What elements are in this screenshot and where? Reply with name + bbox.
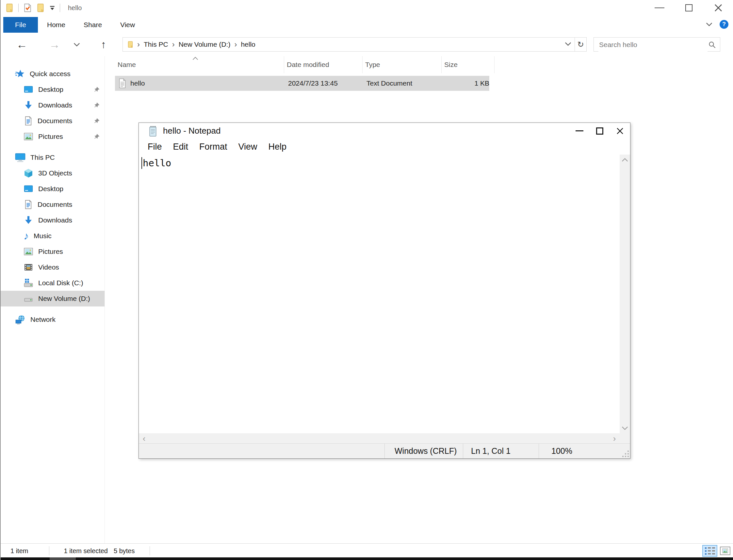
- notepad-app-icon: [148, 125, 158, 137]
- file-size-cell: 1 KB: [441, 76, 489, 91]
- sidebar-item-label: New Volume (D:): [38, 295, 90, 303]
- horizontal-scrollbar[interactable]: ‹ ›: [139, 433, 620, 444]
- minimize-button[interactable]: [645, 0, 674, 16]
- notepad-maximize-button[interactable]: [590, 123, 610, 139]
- pc-icon: [15, 152, 25, 163]
- details-view-button[interactable]: [702, 545, 717, 557]
- sidebar-item-music[interactable]: ♪Music: [1, 228, 105, 244]
- disk-icon: [24, 294, 33, 303]
- up-button[interactable]: ↑: [96, 33, 111, 56]
- notepad-titlebar[interactable]: hello - Notepad: [139, 123, 630, 139]
- ribbon-bar: FileHomeShareView ?: [1, 16, 733, 33]
- ribbon-collapse-icon[interactable]: [706, 23, 712, 26]
- notepad-text-area[interactable]: hello: [139, 155, 620, 433]
- pin-icon[interactable]: [93, 102, 100, 108]
- sidebar-item-desktop[interactable]: Desktop: [1, 82, 105, 97]
- sidebar-item-documents[interactable]: Documents: [1, 197, 105, 212]
- address-bar[interactable]: ›This PC›New Volume (D:)›hello: [123, 37, 575, 52]
- column-header-name[interactable]: Name: [115, 56, 284, 73]
- document-icon: [24, 116, 33, 126]
- sidebar-item-label: Downloads: [38, 101, 72, 109]
- notepad-statusbar: Windows (CRLF) Ln 1, Col 1 100%: [139, 443, 630, 458]
- recent-locations-icon[interactable]: [71, 33, 83, 56]
- forward-button[interactable]: →: [46, 33, 63, 56]
- sidebar-item-label: Quick access: [30, 70, 71, 78]
- column-header-label: Date modified: [287, 61, 329, 69]
- column-header-date-modified[interactable]: Date modified: [284, 56, 363, 73]
- column-header-label: Name: [118, 61, 136, 69]
- breadcrumb-chevron-icon: ›: [232, 40, 239, 49]
- column-header-size[interactable]: Size: [441, 56, 494, 73]
- column-headers: NameDate modifiedTypeSize: [115, 56, 494, 73]
- properties-icon[interactable]: [23, 3, 32, 13]
- qat-dropdown-icon[interactable]: [49, 5, 55, 10]
- breadcrumb-item-new-volume-d[interactable]: New Volume (D:): [177, 41, 233, 48]
- vertical-scrollbar[interactable]: [620, 155, 630, 433]
- search-icon: [708, 41, 716, 49]
- new-folder-icon[interactable]: [36, 3, 45, 12]
- search-box: [593, 37, 720, 52]
- breadcrumb-item-hello[interactable]: hello: [239, 41, 257, 48]
- titlebar-separator: [18, 4, 19, 12]
- tab-view[interactable]: View: [111, 17, 144, 33]
- maximize-button[interactable]: [674, 0, 704, 16]
- tab-home[interactable]: Home: [38, 17, 75, 33]
- sidebar-item-label: Music: [34, 232, 52, 240]
- notepad-menu-edit[interactable]: Edit: [168, 142, 194, 152]
- notepad-menu-format[interactable]: Format: [194, 142, 233, 152]
- breadcrumb-item-this-pc[interactable]: This PC: [142, 41, 170, 48]
- scroll-up-icon[interactable]: [620, 155, 630, 165]
- explorer-titlebar: hello: [1, 0, 733, 16]
- pin-icon[interactable]: [93, 118, 100, 124]
- tab-share[interactable]: Share: [75, 17, 111, 33]
- sidebar-item-videos[interactable]: Videos: [1, 259, 105, 275]
- sidebar-item-pictures[interactable]: Pictures: [1, 129, 105, 144]
- back-button[interactable]: ←: [14, 33, 30, 56]
- pin-icon[interactable]: [93, 133, 100, 140]
- help-icon[interactable]: ?: [720, 20, 728, 29]
- picture-icon: [24, 132, 33, 141]
- scroll-down-icon[interactable]: [620, 423, 630, 433]
- tab-file[interactable]: File: [3, 17, 38, 33]
- sidebar-item-downloads[interactable]: Downloads: [1, 212, 105, 228]
- item-count: 1 item: [10, 547, 28, 555]
- notepad-menu-help[interactable]: Help: [263, 142, 292, 152]
- explorer-window-controls: [645, 0, 733, 16]
- desktop-root: hello FileHomeShareView ? ← → ↑ ›This PC…: [0, 0, 733, 560]
- sidebar-item-label: Network: [30, 316, 56, 323]
- sidebar-item-label: Pictures: [38, 133, 63, 140]
- star-icon: [15, 69, 25, 79]
- resize-grip[interactable]: [622, 450, 629, 457]
- sidebar-item-pictures[interactable]: Pictures: [1, 244, 105, 259]
- notepad-menu-view[interactable]: View: [233, 142, 263, 152]
- thumbnail-view-button[interactable]: [720, 547, 730, 555]
- sidebar-item-desktop[interactable]: Desktop: [1, 181, 105, 197]
- download-icon: [24, 215, 33, 225]
- sidebar-item-local-disk-c[interactable]: Local Disk (C:): [1, 275, 105, 291]
- search-input[interactable]: [598, 38, 708, 52]
- breadcrumb: ›This PC›New Volume (D:)›hello: [135, 40, 258, 49]
- file-row[interactable]: hello2024/7/23 13:45Text Document1 KB: [115, 76, 489, 91]
- scroll-right-icon[interactable]: ›: [609, 433, 620, 444]
- notepad-menu-file[interactable]: File: [142, 142, 168, 152]
- address-dropdown-icon[interactable]: [565, 42, 571, 46]
- sidebar-item-network[interactable]: Network: [1, 312, 105, 327]
- sidebar-item-3d-objects[interactable]: 3D Objects: [1, 165, 105, 181]
- scroll-left-icon[interactable]: ‹: [139, 433, 149, 444]
- sidebar-item-documents[interactable]: Documents: [1, 113, 105, 129]
- refresh-button[interactable]: ↻: [575, 37, 587, 52]
- notepad-close-button[interactable]: [610, 123, 630, 139]
- network-icon: [15, 315, 25, 324]
- close-button[interactable]: [704, 0, 733, 16]
- column-header-type[interactable]: Type: [363, 56, 441, 73]
- sidebar-item-downloads[interactable]: Downloads: [1, 97, 105, 113]
- notepad-window: hello - Notepad FileEditFormatViewHelp h…: [139, 123, 630, 459]
- pin-icon[interactable]: [93, 86, 100, 93]
- sidebar-item-quick-access[interactable]: Quick access: [1, 66, 105, 82]
- notepad-minimize-button[interactable]: [569, 123, 590, 139]
- monitor-icon: [24, 184, 33, 194]
- sidebar-item-this-pc[interactable]: This PC: [1, 150, 105, 165]
- sidebar-item-new-volume-d[interactable]: New Volume (D:): [1, 291, 105, 306]
- titlebar-separator: [60, 4, 60, 12]
- text-caret: [142, 157, 142, 169]
